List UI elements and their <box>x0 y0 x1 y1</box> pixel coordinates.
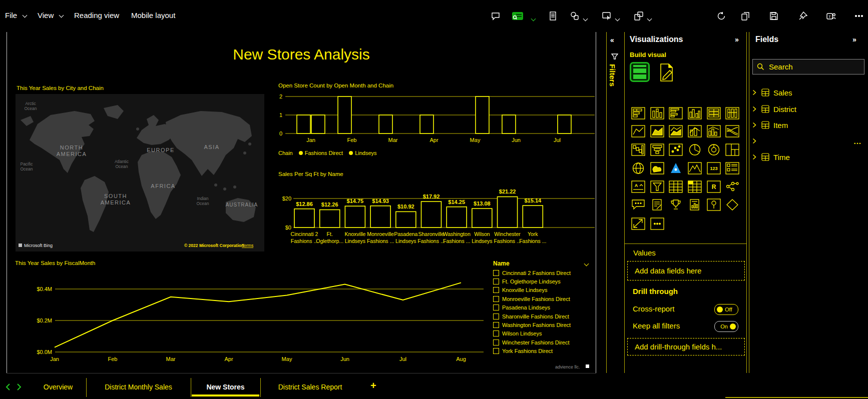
fields-table-row-district[interactable]: District <box>752 103 864 115</box>
build-visual-icon[interactable] <box>630 62 650 82</box>
comment-icon[interactable] <box>490 10 502 22</box>
column-fashions-direct-jan[interactable] <box>297 115 310 134</box>
visual-interactions-icon[interactable] <box>601 10 613 22</box>
visual-type-card-123-icon[interactable]: 123 <box>706 162 721 175</box>
legend-item[interactable]: Lindseys <box>349 150 376 156</box>
slicer-item[interactable]: York Fashions Direct <box>492 347 595 356</box>
ty-sales-line-chart[interactable]: $0.4M$0.2M$0.0MJanFebMarAprMayJunJulAug <box>14 265 490 367</box>
chevron-down-icon[interactable] <box>584 262 589 266</box>
tab-overview[interactable]: Overview <box>30 376 86 398</box>
viz-panel-expand-button[interactable]: » <box>735 36 739 44</box>
new-page-button[interactable]: + <box>370 380 376 392</box>
fields-table-row-item[interactable]: Item <box>752 119 864 131</box>
slicer-item[interactable]: Knoxville Lindseys <box>492 286 595 294</box>
chevron-down-icon[interactable] <box>532 14 535 23</box>
format-visual-icon[interactable] <box>659 63 675 84</box>
visual-type-automate-icon[interactable] <box>631 217 646 230</box>
copy-visual-icon[interactable] <box>569 10 581 22</box>
visual-type-bar-cl-icon[interactable] <box>668 106 683 120</box>
visual-type-area-icon[interactable] <box>650 124 665 138</box>
search-input[interactable] <box>768 62 855 72</box>
more-options-icon[interactable]: ... <box>853 137 861 146</box>
visual-type-more-icon[interactable] <box>650 217 665 230</box>
tab-district-monthly-sales[interactable]: District Monthly Sales <box>86 376 191 398</box>
tab-district-sales-report[interactable]: District Sales Report <box>260 376 360 398</box>
refresh-icon[interactable] <box>715 10 727 22</box>
column-fashions-direct-apr[interactable] <box>420 115 433 134</box>
visual-type-line-icon[interactable] <box>631 124 646 138</box>
slicer-checkbox[interactable] <box>493 314 499 320</box>
world-map[interactable]: NORTHAMERICASOUTHAMERICAEUROPEAFRICAASIA… <box>16 94 264 252</box>
slicer-item[interactable]: Washington Fashions Direct <box>492 320 595 329</box>
visual-type-bar-st-icon[interactable] <box>631 106 646 120</box>
visual-type-bar-100-icon[interactable] <box>706 106 721 120</box>
pin-icon[interactable] <box>797 10 809 22</box>
slicer-checkbox[interactable] <box>493 348 499 354</box>
expand-chevron-icon[interactable] <box>752 122 756 128</box>
notes-icon[interactable] <box>547 10 559 22</box>
chevron-down-icon[interactable] <box>584 14 587 23</box>
map-visual[interactable]: NORTHAMERICASOUTHAMERICAEUROPEAFRICAASIA… <box>16 94 264 252</box>
teams-icon[interactable]: T <box>825 10 837 22</box>
save-icon[interactable] <box>768 10 780 22</box>
sales-per-sqft-chart[interactable]: $20$0$12.86Cincinnati 2Fashions ...$12.2… <box>274 177 596 254</box>
visual-type-globe-icon[interactable] <box>631 162 646 175</box>
column-3[interactable] <box>370 206 390 228</box>
slicer-checkbox[interactable] <box>493 330 499 336</box>
slicer-checkbox[interactable] <box>493 270 499 276</box>
expand-chevron-icon[interactable] <box>752 138 756 144</box>
visual-type-shape-map-icon[interactable] <box>687 162 702 175</box>
column-lindseys-jul[interactable] <box>558 115 571 134</box>
visual-type-ribbon-icon[interactable] <box>725 124 740 138</box>
column-6[interactable] <box>447 207 467 228</box>
chevron-down-icon[interactable] <box>648 14 651 23</box>
visual-type-filled-map-icon[interactable] <box>650 162 665 175</box>
filters-rail-label[interactable]: Filters <box>608 64 617 86</box>
column-9[interactable] <box>523 206 543 228</box>
visual-type-r-script-icon[interactable]: R <box>706 180 721 194</box>
column-8[interactable] <box>498 196 518 228</box>
visual-type-matrix-icon[interactable] <box>687 180 702 194</box>
visual-type-col-100-icon[interactable] <box>725 106 740 120</box>
menu-reading-view[interactable]: Reading view <box>74 11 119 20</box>
visual-type-kpi-icon[interactable]: A <box>631 180 646 194</box>
visual-type-funnel-icon[interactable] <box>650 143 665 156</box>
visual-type-combo2-icon[interactable] <box>706 124 721 138</box>
column-lindseys-jan[interactable] <box>311 115 325 134</box>
values-field-well[interactable]: Add data fields here <box>627 261 745 280</box>
legend-item[interactable]: Fashions Direct <box>299 150 343 156</box>
fields-panel-expand-button[interactable]: » <box>852 36 856 44</box>
slicer-checkbox[interactable] <box>493 287 499 293</box>
slicer-item[interactable]: Winchester Fashions Direct <box>492 338 595 346</box>
visual-type-area-st-icon[interactable] <box>668 124 683 138</box>
fields-search-box[interactable] <box>752 59 864 74</box>
visual-type-trophy-icon[interactable] <box>668 198 683 212</box>
column-lindseys-may[interactable] <box>476 96 489 134</box>
column-4[interactable] <box>396 212 416 228</box>
visual-type-multi-card-icon[interactable] <box>725 162 740 175</box>
visual-type-combo-icon[interactable] <box>687 124 702 138</box>
visual-type-col-st-icon[interactable] <box>650 106 665 120</box>
visual-type-paginated-icon[interactable] <box>687 198 702 212</box>
expand-chevron-icon[interactable] <box>752 90 756 96</box>
open-store-count-chart[interactable]: 210JanFebMarAprMayJunJul <box>274 90 596 148</box>
column-0[interactable] <box>294 209 314 228</box>
expand-chevron-icon[interactable] <box>752 106 756 112</box>
open-new-window-icon[interactable] <box>633 10 645 22</box>
chevron-down-icon[interactable] <box>616 14 619 23</box>
name-slicer[interactable]: Cincinnati 2 Fashions DirectFt. Oglethor… <box>492 268 595 356</box>
keep-all-filters-toggle[interactable]: On <box>714 321 738 332</box>
column-fashions-direct-jun[interactable] <box>502 115 516 134</box>
slicer-item[interactable]: Ft. Oglethorpe Lindseys <box>492 277 595 286</box>
slicer-checkbox[interactable] <box>493 296 499 302</box>
column-fashions-direct-mar[interactable] <box>379 115 392 134</box>
visual-type-narrative-icon[interactable] <box>650 198 665 212</box>
page-nav-left-icon[interactable] <box>5 383 12 393</box>
visual-type-slicer-icon[interactable] <box>650 180 665 194</box>
resize-handle[interactable] <box>586 364 589 368</box>
expand-chevron-icon[interactable] <box>752 154 756 160</box>
map-terms-link[interactable]: Terms <box>242 243 253 248</box>
menu-mobile-layout[interactable]: Mobile layout <box>131 11 175 20</box>
duplicate-icon[interactable] <box>739 10 751 22</box>
visual-type-col-cl-icon[interactable] <box>687 106 702 120</box>
